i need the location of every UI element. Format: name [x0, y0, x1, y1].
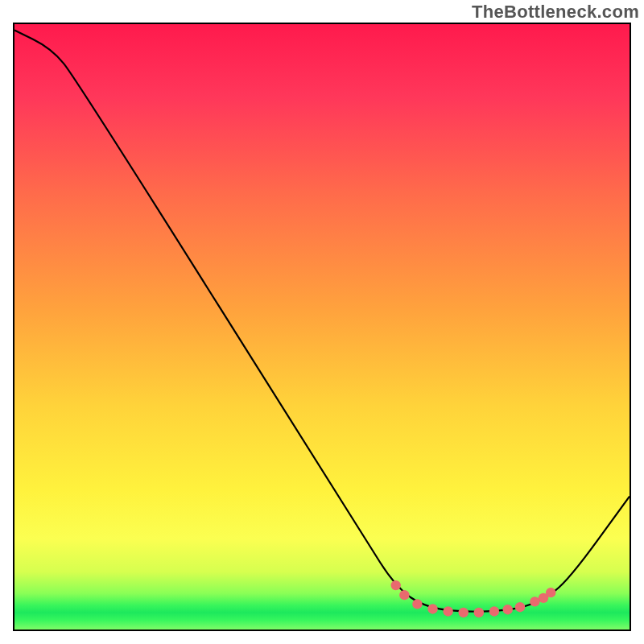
highlight-dot	[503, 605, 513, 614]
highlight-dot	[546, 588, 555, 597]
bottleneck-curve-plot	[14, 24, 630, 630]
highlight-dot	[443, 606, 452, 616]
highlight-dot	[489, 606, 499, 616]
watermark-text: TheBottleneck.com	[472, 2, 639, 23]
highlight-dot	[530, 597, 539, 606]
chart-container	[13, 23, 631, 631]
highlight-dot	[412, 599, 422, 609]
curve-line	[14, 31, 630, 612]
highlight-dot	[474, 608, 484, 617]
highlight-dot	[515, 602, 525, 612]
highlight-dot	[459, 608, 469, 617]
highlight-dot	[399, 590, 409, 600]
highlight-dot	[390, 580, 400, 590]
highlight-dot	[427, 604, 437, 613]
